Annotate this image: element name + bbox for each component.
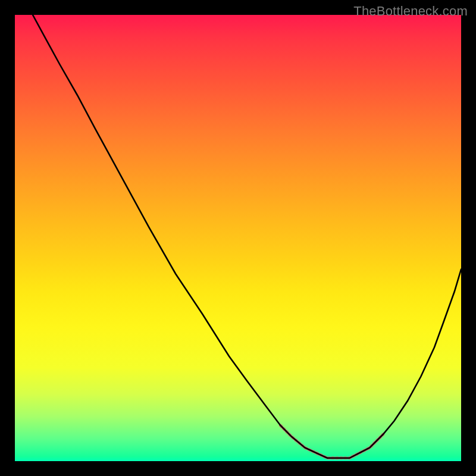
trough-overlay-path: [280, 425, 383, 458]
plot-area: [15, 15, 461, 461]
chart-frame: TheBottleneck.com: [0, 0, 476, 476]
curve-path: [33, 15, 461, 458]
curve-svg: [15, 15, 461, 461]
watermark-text: TheBottleneck.com: [353, 4, 468, 19]
